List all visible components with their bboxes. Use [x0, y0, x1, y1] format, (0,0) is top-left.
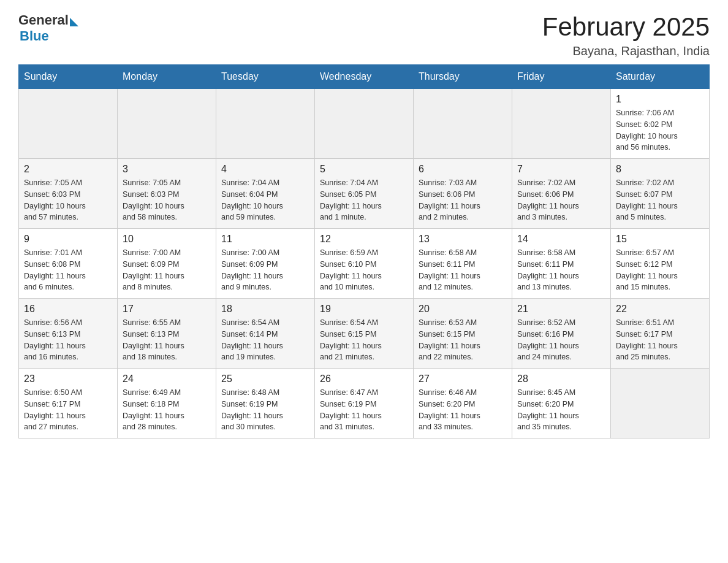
day-info: Sunrise: 7:05 AM Sunset: 6:03 PM Dayligh… [123, 177, 211, 223]
day-info: Sunrise: 7:02 AM Sunset: 6:07 PM Dayligh… [616, 177, 704, 223]
calendar-cell [118, 89, 216, 159]
day-number: 2 [24, 164, 112, 175]
calendar-cell: 10Sunrise: 7:00 AM Sunset: 6:09 PM Dayli… [118, 229, 216, 299]
day-info: Sunrise: 7:05 AM Sunset: 6:03 PM Dayligh… [24, 177, 112, 223]
day-number: 25 [221, 373, 309, 385]
day-info: Sunrise: 7:01 AM Sunset: 6:08 PM Dayligh… [24, 247, 112, 293]
weekday-header-saturday: Saturday [611, 65, 710, 89]
day-info: Sunrise: 7:04 AM Sunset: 6:05 PM Dayligh… [320, 177, 408, 223]
day-info: Sunrise: 7:02 AM Sunset: 6:06 PM Dayligh… [517, 177, 605, 223]
calendar-cell: 12Sunrise: 6:59 AM Sunset: 6:10 PM Dayli… [315, 229, 414, 299]
day-info: Sunrise: 6:45 AM Sunset: 6:20 PM Dayligh… [517, 387, 605, 433]
week-row-5: 23Sunrise: 6:50 AM Sunset: 6:17 PM Dayli… [19, 369, 710, 439]
day-info: Sunrise: 6:47 AM Sunset: 6:19 PM Dayligh… [320, 387, 408, 433]
day-info: Sunrise: 6:53 AM Sunset: 6:15 PM Dayligh… [419, 317, 507, 363]
calendar-cell: 27Sunrise: 6:46 AM Sunset: 6:20 PM Dayli… [414, 369, 512, 439]
day-number: 6 [419, 164, 507, 175]
day-info: Sunrise: 6:54 AM Sunset: 6:14 PM Dayligh… [221, 317, 309, 363]
month-year-title: February 2025 [542, 12, 710, 42]
day-info: Sunrise: 6:59 AM Sunset: 6:10 PM Dayligh… [320, 247, 408, 293]
calendar-cell: 4Sunrise: 7:04 AM Sunset: 6:04 PM Daylig… [216, 159, 315, 229]
day-number: 1 [616, 94, 704, 105]
day-number: 3 [123, 164, 211, 175]
weekday-header-tuesday: Tuesday [216, 65, 315, 89]
week-row-4: 16Sunrise: 6:56 AM Sunset: 6:13 PM Dayli… [19, 299, 710, 369]
day-number: 8 [616, 164, 704, 175]
calendar-cell: 21Sunrise: 6:52 AM Sunset: 6:16 PM Dayli… [512, 299, 611, 369]
day-number: 12 [320, 234, 408, 245]
day-number: 27 [419, 373, 507, 385]
day-info: Sunrise: 6:55 AM Sunset: 6:13 PM Dayligh… [123, 317, 211, 363]
calendar-cell: 13Sunrise: 6:58 AM Sunset: 6:11 PM Dayli… [414, 229, 512, 299]
day-info: Sunrise: 7:03 AM Sunset: 6:06 PM Dayligh… [419, 177, 507, 223]
calendar-cell: 2Sunrise: 7:05 AM Sunset: 6:03 PM Daylig… [19, 159, 118, 229]
weekday-header-row: SundayMondayTuesdayWednesdayThursdayFrid… [19, 65, 710, 89]
week-row-1: 1Sunrise: 7:06 AM Sunset: 6:02 PM Daylig… [19, 89, 710, 159]
calendar-cell [512, 89, 611, 159]
logo: General Blue [18, 12, 78, 44]
day-info: Sunrise: 6:58 AM Sunset: 6:11 PM Dayligh… [419, 247, 507, 293]
day-info: Sunrise: 7:04 AM Sunset: 6:04 PM Dayligh… [221, 177, 309, 223]
page-header: General Blue February 2025 Bayana, Rajas… [18, 12, 710, 58]
day-number: 21 [517, 304, 605, 315]
calendar-cell: 1Sunrise: 7:06 AM Sunset: 6:02 PM Daylig… [611, 89, 710, 159]
calendar-cell: 18Sunrise: 6:54 AM Sunset: 6:14 PM Dayli… [216, 299, 315, 369]
day-number: 18 [221, 304, 309, 315]
day-number: 5 [320, 164, 408, 175]
title-section: February 2025 Bayana, Rajasthan, India [542, 12, 710, 58]
location-subtitle: Bayana, Rajasthan, India [542, 44, 710, 58]
day-info: Sunrise: 6:57 AM Sunset: 6:12 PM Dayligh… [616, 247, 704, 293]
calendar-table: SundayMondayTuesdayWednesdayThursdayFrid… [18, 64, 710, 439]
day-number: 9 [24, 234, 112, 245]
day-number: 24 [123, 373, 211, 385]
day-number: 28 [517, 373, 605, 385]
weekday-header-wednesday: Wednesday [315, 65, 414, 89]
day-number: 26 [320, 373, 408, 385]
calendar-cell: 22Sunrise: 6:51 AM Sunset: 6:17 PM Dayli… [611, 299, 710, 369]
weekday-header-monday: Monday [118, 65, 216, 89]
day-number: 16 [24, 304, 112, 315]
calendar-cell [19, 89, 118, 159]
calendar-cell: 5Sunrise: 7:04 AM Sunset: 6:05 PM Daylig… [315, 159, 414, 229]
calendar-cell [611, 369, 710, 439]
day-number: 22 [616, 304, 704, 315]
day-number: 14 [517, 234, 605, 245]
logo-general-text: General [18, 12, 69, 28]
calendar-cell: 25Sunrise: 6:48 AM Sunset: 6:19 PM Dayli… [216, 369, 315, 439]
day-info: Sunrise: 6:58 AM Sunset: 6:11 PM Dayligh… [517, 247, 605, 293]
day-number: 19 [320, 304, 408, 315]
day-number: 7 [517, 164, 605, 175]
weekday-header-thursday: Thursday [414, 65, 512, 89]
day-info: Sunrise: 6:46 AM Sunset: 6:20 PM Dayligh… [419, 387, 507, 433]
logo-arrow-icon [70, 18, 78, 26]
calendar-cell: 11Sunrise: 7:00 AM Sunset: 6:09 PM Dayli… [216, 229, 315, 299]
day-info: Sunrise: 6:51 AM Sunset: 6:17 PM Dayligh… [616, 317, 704, 363]
day-info: Sunrise: 6:49 AM Sunset: 6:18 PM Dayligh… [123, 387, 211, 433]
day-info: Sunrise: 6:50 AM Sunset: 6:17 PM Dayligh… [24, 387, 112, 433]
calendar-cell [414, 89, 512, 159]
weekday-header-sunday: Sunday [19, 65, 118, 89]
week-row-3: 9Sunrise: 7:01 AM Sunset: 6:08 PM Daylig… [19, 229, 710, 299]
logo-blue-text: Blue [20, 28, 49, 44]
calendar-cell: 9Sunrise: 7:01 AM Sunset: 6:08 PM Daylig… [19, 229, 118, 299]
day-info: Sunrise: 6:56 AM Sunset: 6:13 PM Dayligh… [24, 317, 112, 363]
calendar-cell: 20Sunrise: 6:53 AM Sunset: 6:15 PM Dayli… [414, 299, 512, 369]
calendar-cell: 26Sunrise: 6:47 AM Sunset: 6:19 PM Dayli… [315, 369, 414, 439]
day-number: 23 [24, 373, 112, 385]
day-info: Sunrise: 6:54 AM Sunset: 6:15 PM Dayligh… [320, 317, 408, 363]
calendar-cell: 6Sunrise: 7:03 AM Sunset: 6:06 PM Daylig… [414, 159, 512, 229]
day-info: Sunrise: 7:00 AM Sunset: 6:09 PM Dayligh… [123, 247, 211, 293]
calendar-cell: 23Sunrise: 6:50 AM Sunset: 6:17 PM Dayli… [19, 369, 118, 439]
day-number: 11 [221, 234, 309, 245]
weekday-header-friday: Friday [512, 65, 611, 89]
calendar-cell: 16Sunrise: 6:56 AM Sunset: 6:13 PM Dayli… [19, 299, 118, 369]
calendar-cell: 14Sunrise: 6:58 AM Sunset: 6:11 PM Dayli… [512, 229, 611, 299]
day-number: 17 [123, 304, 211, 315]
day-info: Sunrise: 7:00 AM Sunset: 6:09 PM Dayligh… [221, 247, 309, 293]
calendar-cell: 7Sunrise: 7:02 AM Sunset: 6:06 PM Daylig… [512, 159, 611, 229]
calendar-cell: 24Sunrise: 6:49 AM Sunset: 6:18 PM Dayli… [118, 369, 216, 439]
calendar-cell [315, 89, 414, 159]
day-number: 10 [123, 234, 211, 245]
calendar-cell: 15Sunrise: 6:57 AM Sunset: 6:12 PM Dayli… [611, 229, 710, 299]
calendar-cell: 28Sunrise: 6:45 AM Sunset: 6:20 PM Dayli… [512, 369, 611, 439]
